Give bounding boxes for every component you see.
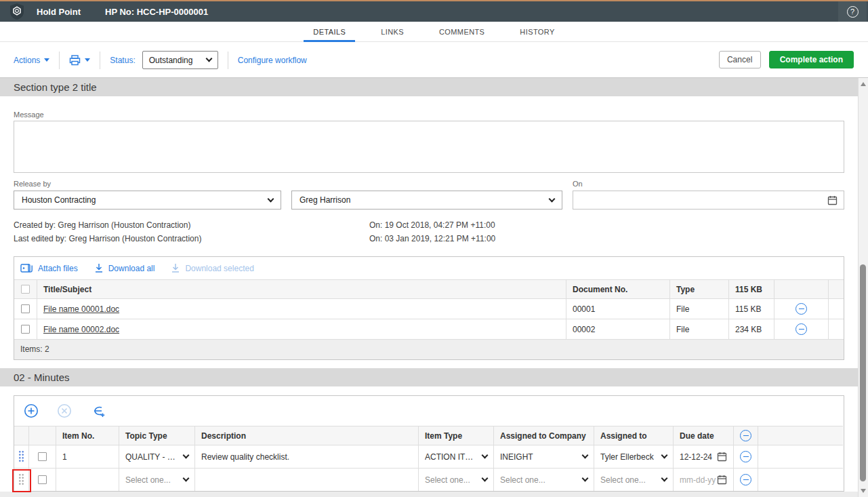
- message-label: Message: [14, 111, 44, 119]
- app-header: Hold Point HP No: HCC-HP-0000001 ?: [0, 1, 868, 22]
- tab-history[interactable]: HISTORY: [502, 22, 572, 42]
- chevron-down-icon: [549, 195, 556, 202]
- attachments-panel: Attach files Download all Download selec…: [14, 256, 844, 360]
- vertical-scrollbar[interactable]: [858, 78, 868, 497]
- release-company-value: Houston Contracting: [22, 195, 96, 205]
- item-type-select[interactable]: Select one...: [419, 468, 494, 491]
- add-link-button[interactable]: [90, 403, 106, 418]
- status-label: Status:: [110, 56, 135, 65]
- status-select[interactable]: Outstanding: [142, 51, 218, 69]
- chevron-down-icon: [582, 452, 589, 459]
- remove-row-icon[interactable]: [740, 451, 751, 462]
- drag-handle-icon[interactable]: [18, 473, 24, 486]
- chevron-down-icon: [183, 475, 190, 482]
- col-description: Description: [195, 426, 419, 445]
- col-drag: [14, 426, 29, 445]
- description-value[interactable]: Review quality checklist.: [195, 445, 419, 468]
- edited-on-text: On: 03 Jan 2019, 12:21 PM +11:00: [369, 234, 495, 243]
- tab-comments[interactable]: COMMENTS: [421, 22, 502, 42]
- printer-icon: [69, 55, 81, 66]
- file-link[interactable]: File name 00002.doc: [43, 325, 119, 334]
- release-company-select[interactable]: Houston Contracting: [14, 191, 281, 210]
- bottom-strip: [0, 492, 858, 497]
- details-content: Section type 2 title Message Release by …: [0, 78, 858, 497]
- attach-files-button[interactable]: Attach files: [20, 263, 78, 273]
- on-date-input[interactable]: [573, 191, 844, 210]
- col-title-subject: Title/Subject: [37, 279, 566, 298]
- complete-action-button[interactable]: Complete action: [769, 51, 854, 68]
- file-link[interactable]: File name 00001.doc: [43, 304, 119, 314]
- chevron-down-icon: [482, 475, 489, 482]
- remove-attachment-icon[interactable]: [795, 323, 807, 335]
- configure-workflow-link[interactable]: Configure workflow: [238, 56, 307, 65]
- type-value: File: [670, 298, 729, 319]
- remove-attachment-icon[interactable]: [795, 303, 807, 315]
- action-bar: Actions Status: Outstanding Configure wo…: [0, 42, 868, 78]
- download-all-button[interactable]: Download all: [94, 263, 155, 273]
- created-on-text: On: 19 Oct 2018, 04:27 PM +11:00: [369, 220, 495, 230]
- section-header-minutes: 02 - Minutes: [0, 368, 858, 386]
- col-filler: [758, 426, 843, 445]
- items-count: Items: 2: [14, 339, 844, 359]
- size-value: 115 KB: [729, 298, 774, 319]
- help-button[interactable]: ?: [838, 1, 867, 22]
- assigned-company-select[interactable]: Select one...: [494, 468, 594, 491]
- row-checkbox[interactable]: [21, 304, 30, 313]
- actions-menu-button[interactable]: Actions: [14, 56, 40, 65]
- col-item-no: Item No.: [56, 426, 119, 445]
- actions-caret-icon: [44, 58, 49, 62]
- item-no-value[interactable]: [56, 468, 119, 491]
- attach-files-label: Attach files: [38, 264, 78, 273]
- row-checkbox[interactable]: [21, 325, 30, 334]
- toolbar-divider: [100, 52, 100, 69]
- minutes-row: 1 QUALITY - Quality Review quality check…: [14, 445, 844, 468]
- select-all-checkbox[interactable]: [21, 285, 30, 294]
- minutes-header-row: Item No. Topic Type Description Item Typ…: [14, 426, 844, 445]
- toolbar-divider: [228, 52, 228, 69]
- due-date-input[interactable]: 12-12-24: [674, 445, 734, 468]
- drag-handle-icon[interactable]: [18, 450, 24, 463]
- circle-plus-icon: [24, 403, 39, 418]
- attachment-row: File name 00001.doc 00001 File 115 KB: [14, 298, 844, 319]
- size-value: 234 KB: [729, 319, 774, 339]
- col-filler: [829, 279, 844, 298]
- tab-details[interactable]: DETAILS: [295, 22, 363, 42]
- col-assigned-company: Assigned to Company: [494, 426, 594, 445]
- due-date-input[interactable]: mm-dd-yy: [674, 468, 734, 491]
- col-remove: [774, 279, 829, 298]
- message-textarea[interactable]: [14, 121, 844, 173]
- item-type-select[interactable]: ACTION ITEM - Actio: [419, 445, 494, 468]
- calendar-icon: [827, 195, 838, 205]
- record-number: HP No: HCC-HP-0000001: [105, 7, 208, 17]
- description-value[interactable]: [195, 468, 419, 491]
- tab-links[interactable]: LINKS: [363, 22, 421, 42]
- scrollbar-thumb[interactable]: [860, 264, 866, 481]
- assigned-to-select[interactable]: Tyler Ellerbeck: [594, 445, 674, 468]
- add-row-button[interactable]: [24, 403, 39, 418]
- cancel-button[interactable]: Cancel: [719, 51, 761, 68]
- remove-column-icon: [740, 430, 751, 441]
- row-checkbox[interactable]: [38, 452, 47, 461]
- release-person-select[interactable]: Greg Harrison: [291, 191, 562, 210]
- col-size: 115 KB: [729, 279, 774, 298]
- row-checkbox[interactable]: [38, 475, 47, 484]
- created-by-text: Created by: Greg Harrison (Houston Contr…: [14, 220, 190, 230]
- col-item-type: Item Type: [419, 426, 494, 445]
- col-checkbox: [29, 426, 56, 445]
- scroll-up-icon[interactable]: [861, 82, 866, 86]
- circle-x-icon: [57, 403, 72, 418]
- attachments-toolbar: Attach files Download all Download selec…: [14, 257, 844, 279]
- remove-row-icon[interactable]: [740, 474, 751, 485]
- assigned-company-select[interactable]: INEIGHT: [494, 445, 594, 468]
- status-value: Outstanding: [149, 56, 193, 65]
- delete-row-button: [57, 403, 72, 418]
- scroll-down-icon[interactable]: [861, 489, 866, 493]
- section-header-type2: Section type 2 title: [0, 78, 858, 96]
- chevron-down-icon: [482, 452, 489, 459]
- topic-type-select[interactable]: Select one...: [119, 468, 195, 491]
- assigned-to-select[interactable]: Select one...: [594, 468, 674, 491]
- topic-type-select[interactable]: QUALITY - Quality: [119, 445, 195, 468]
- print-button[interactable]: [69, 55, 81, 66]
- download-icon: [171, 263, 180, 273]
- app-logo-icon: [7, 2, 27, 21]
